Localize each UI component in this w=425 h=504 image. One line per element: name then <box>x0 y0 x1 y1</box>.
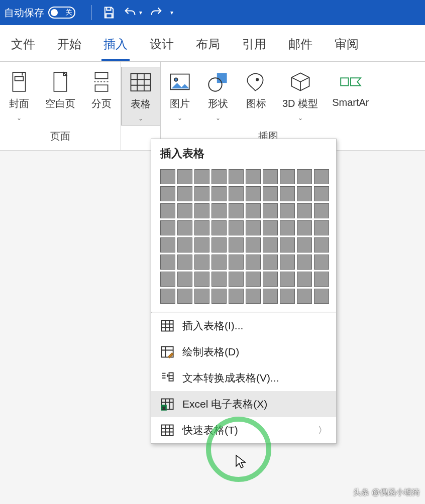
smartart-button[interactable]: SmartAr <box>325 67 376 124</box>
grid-cell[interactable] <box>229 186 244 201</box>
grid-cell[interactable] <box>211 169 227 184</box>
pictures-button[interactable]: 图片 ⌄ <box>161 67 199 124</box>
table-grid-picker[interactable] <box>151 166 336 312</box>
grid-cell[interactable] <box>229 272 244 287</box>
grid-cell[interactable] <box>297 186 312 201</box>
grid-cell[interactable] <box>177 186 192 201</box>
grid-cell[interactable] <box>194 186 209 201</box>
grid-cell[interactable] <box>280 255 295 270</box>
grid-cell[interactable] <box>314 220 329 235</box>
grid-cell[interactable] <box>177 220 192 235</box>
grid-cell[interactable] <box>263 186 278 201</box>
menu-draw-table[interactable]: 绘制表格(D) <box>151 339 336 365</box>
grid-cell[interactable] <box>160 169 175 184</box>
grid-cell[interactable] <box>177 169 192 184</box>
grid-cell[interactable] <box>160 203 175 218</box>
grid-cell[interactable] <box>246 220 261 235</box>
grid-cell[interactable] <box>246 237 261 253</box>
grid-cell[interactable] <box>280 203 295 218</box>
3d-models-button[interactable]: 3D 模型 ⌄ <box>275 67 325 124</box>
grid-cell[interactable] <box>314 169 329 184</box>
redo-icon[interactable] <box>149 6 163 20</box>
blank-page-button[interactable]: 空白页 <box>38 67 82 124</box>
grid-cell[interactable] <box>246 203 261 218</box>
grid-cell[interactable] <box>297 220 312 235</box>
grid-cell[interactable] <box>297 289 312 304</box>
menu-insert-table[interactable]: 插入表格(I)... <box>151 313 336 339</box>
grid-cell[interactable] <box>229 255 244 270</box>
tab-design[interactable]: 设计 <box>148 31 176 61</box>
grid-cell[interactable] <box>194 220 209 235</box>
save-icon[interactable] <box>102 6 116 20</box>
grid-cell[interactable] <box>194 169 209 184</box>
grid-cell[interactable] <box>314 186 329 201</box>
grid-cell[interactable] <box>177 237 192 253</box>
grid-cell[interactable] <box>263 272 278 287</box>
grid-cell[interactable] <box>194 237 209 253</box>
tab-mailings[interactable]: 邮件 <box>286 31 314 61</box>
grid-cell[interactable] <box>160 237 175 253</box>
grid-cell[interactable] <box>246 169 261 184</box>
grid-cell[interactable] <box>177 203 192 218</box>
grid-cell[interactable] <box>280 272 295 287</box>
grid-cell[interactable] <box>297 272 312 287</box>
grid-cell[interactable] <box>314 203 329 218</box>
grid-cell[interactable] <box>177 272 192 287</box>
grid-cell[interactable] <box>297 255 312 270</box>
menu-excel-spreadsheet[interactable]: x Excel 电子表格(X) <box>151 391 336 417</box>
grid-cell[interactable] <box>246 255 261 270</box>
grid-cell[interactable] <box>263 255 278 270</box>
grid-cell[interactable] <box>263 203 278 218</box>
grid-cell[interactable] <box>263 169 278 184</box>
undo-group[interactable]: ▾ <box>123 6 142 20</box>
grid-cell[interactable] <box>194 272 209 287</box>
grid-cell[interactable] <box>229 237 244 253</box>
grid-cell[interactable] <box>160 255 175 270</box>
grid-cell[interactable] <box>229 220 244 235</box>
autosave-toggle[interactable]: 关 <box>48 7 75 19</box>
grid-cell[interactable] <box>263 237 278 253</box>
tab-file[interactable]: 文件 <box>9 31 37 61</box>
grid-cell[interactable] <box>297 237 312 253</box>
grid-cell[interactable] <box>314 289 329 304</box>
page-break-button[interactable]: 分页 <box>82 67 121 124</box>
grid-cell[interactable] <box>263 220 278 235</box>
grid-cell[interactable] <box>246 186 261 201</box>
grid-cell[interactable] <box>263 289 278 304</box>
grid-cell[interactable] <box>229 289 244 304</box>
grid-cell[interactable] <box>280 220 295 235</box>
menu-convert-text[interactable]: 文本转换成表格(V)... <box>151 365 336 391</box>
grid-cell[interactable] <box>160 289 175 304</box>
chevron-down-icon[interactable]: ▾ <box>170 9 173 16</box>
menu-quick-tables[interactable]: 快速表格(T) 〉 <box>151 417 336 443</box>
grid-cell[interactable] <box>297 203 312 218</box>
grid-cell[interactable] <box>229 169 244 184</box>
grid-cell[interactable] <box>194 203 209 218</box>
grid-cell[interactable] <box>160 272 175 287</box>
grid-cell[interactable] <box>160 186 175 201</box>
grid-cell[interactable] <box>211 203 227 218</box>
grid-cell[interactable] <box>211 237 227 253</box>
grid-cell[interactable] <box>211 186 227 201</box>
grid-cell[interactable] <box>280 289 295 304</box>
grid-cell[interactable] <box>280 186 295 201</box>
grid-cell[interactable] <box>246 272 261 287</box>
tab-review[interactable]: 审阅 <box>333 31 361 61</box>
grid-cell[interactable] <box>314 237 329 253</box>
cover-page-button[interactable]: 封面 ⌄ <box>0 67 38 124</box>
table-button[interactable]: 表格 ⌄ <box>121 67 160 125</box>
icons-button[interactable]: 图标 <box>237 67 275 124</box>
shapes-button[interactable]: 形状 ⌄ <box>199 67 237 124</box>
tab-insert[interactable]: 插入 <box>101 31 130 61</box>
grid-cell[interactable] <box>280 169 295 184</box>
tab-references[interactable]: 引用 <box>240 31 268 61</box>
grid-cell[interactable] <box>297 169 312 184</box>
grid-cell[interactable] <box>211 255 227 270</box>
grid-cell[interactable] <box>194 289 209 304</box>
tab-layout[interactable]: 布局 <box>194 31 222 61</box>
grid-cell[interactable] <box>194 255 209 270</box>
grid-cell[interactable] <box>160 220 175 235</box>
grid-cell[interactable] <box>177 289 192 304</box>
grid-cell[interactable] <box>314 255 329 270</box>
grid-cell[interactable] <box>177 255 192 270</box>
